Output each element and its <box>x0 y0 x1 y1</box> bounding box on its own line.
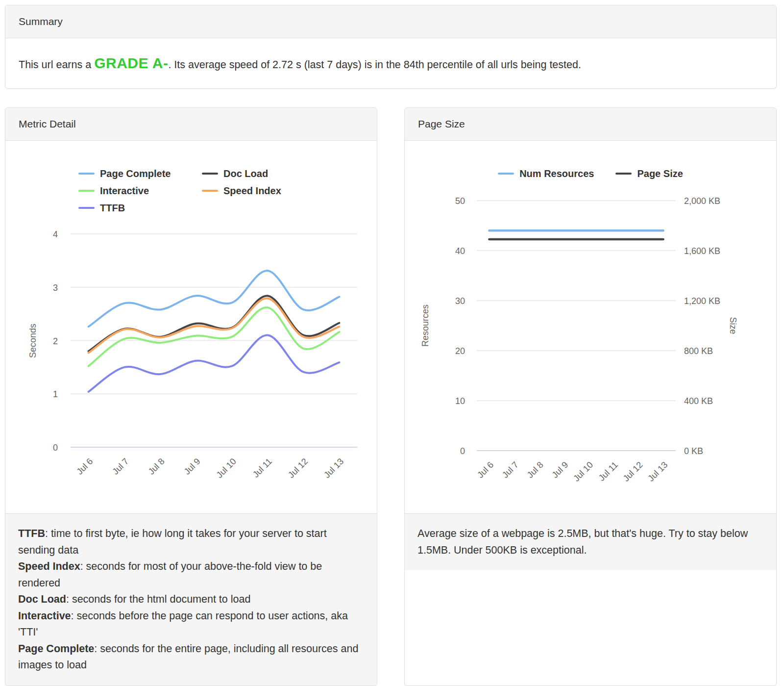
metric-detail-footer: TTFB: time to first byte, ie how long it… <box>5 513 377 686</box>
page-size-legend: Num ResourcesPage Size <box>405 168 776 179</box>
metric-def-desc: : seconds for the html document to load <box>66 593 250 605</box>
series-line-ttfb <box>89 335 340 392</box>
metric-def-term: TTFB <box>18 528 45 539</box>
y-axis-left-tick-label: 40 <box>455 246 465 256</box>
x-axis-tick-label: Jul 7 <box>110 457 130 477</box>
legend-dash-doc-load <box>202 173 218 175</box>
y-axis-right-title: Size <box>728 317 738 334</box>
x-axis-tick-label: Jul 8 <box>147 457 167 477</box>
series-line-doc-load <box>89 296 340 351</box>
y-axis-right-tick-label: 400 KB <box>684 396 713 406</box>
summary-panel: Summary This url earns a GRADE A-. Its a… <box>5 5 777 89</box>
page-size-chart-area: Num ResourcesPage Size 00 KB10400 KB2080… <box>405 141 776 513</box>
summary-text-before: This url earns a <box>19 59 94 71</box>
x-axis-tick-label: Jul 6 <box>74 457 95 477</box>
legend-label: Page Size <box>637 168 683 179</box>
legend-item-page-complete[interactable]: Page Complete <box>78 168 202 179</box>
y-axis-left-tick-label: 0 <box>460 446 465 456</box>
y-axis-left-tick-label: 30 <box>455 296 465 306</box>
series-line-speed-index <box>89 298 340 353</box>
x-axis-tick-label: Jul 13 <box>646 460 669 483</box>
legend-label: Interactive <box>100 185 149 197</box>
legend-item-page-size[interactable]: Page Size <box>615 168 683 179</box>
metric-detail-legend: Page CompleteDoc LoadInteractiveSpeed In… <box>5 168 377 213</box>
page-size-footer-text: Average size of a webpage is 2.5MB, but … <box>417 526 763 559</box>
y-axis-left-tick-label: 20 <box>455 346 465 356</box>
metric-def-doc-load: Doc Load: seconds for the html document … <box>18 591 364 608</box>
page-size-panel-header: Page Size <box>405 108 776 141</box>
legend-item-doc-load[interactable]: Doc Load <box>202 168 304 179</box>
summary-text: This url earns a GRADE A-. Its average s… <box>19 55 581 72</box>
x-axis-tick-label: Jul 9 <box>550 460 570 480</box>
metric-def-term: Interactive <box>18 610 71 622</box>
metric-def-desc: : time to first byte, ie how long it tak… <box>18 528 327 556</box>
y-axis-tick-label: 4 <box>53 229 58 239</box>
legend-item-speed-index[interactable]: Speed Index <box>202 185 304 196</box>
x-axis-tick-label: Jul 9 <box>182 457 202 477</box>
y-axis-title: Seconds <box>28 324 38 358</box>
metric-detail-panel-header: Metric Detail <box>5 108 377 141</box>
legend-label: TTFB <box>100 203 125 214</box>
y-axis-right-tick-label: 2,000 KB <box>684 196 720 206</box>
legend-dash-speed-index <box>202 190 218 192</box>
x-axis-tick-label: Jul 8 <box>525 460 545 480</box>
legend-label: Doc Load <box>223 168 268 179</box>
y-axis-left-tick-label: 50 <box>455 196 465 206</box>
page-size-panel: Page Size Num ResourcesPage Size 00 KB10… <box>404 107 777 686</box>
summary-body: This url earns a GRADE A-. Its average s… <box>5 38 776 88</box>
summary-text-after: . Its average speed of 2.72 s (last 7 da… <box>168 59 581 71</box>
metric-def-term: Doc Load <box>18 593 66 605</box>
y-axis-right-tick-label: 0 KB <box>684 446 703 456</box>
summary-panel-header: Summary <box>5 5 776 38</box>
x-axis-tick-label: Jul 11 <box>597 460 620 483</box>
metric-def-interactive: Interactive: seconds before the page can… <box>18 608 364 641</box>
legend-label: Num Resources <box>519 168 594 179</box>
metric-detail-chart-area: Page CompleteDoc LoadInteractiveSpeed In… <box>5 141 377 513</box>
y-axis-tick-label: 3 <box>53 283 58 293</box>
y-axis-right-tick-label: 800 KB <box>684 346 713 356</box>
x-axis-tick-label: Jul 7 <box>500 460 520 480</box>
legend-label: Page Complete <box>100 168 171 179</box>
summary-title: Summary <box>19 16 63 27</box>
y-axis-left-title: Resources <box>420 305 430 347</box>
legend-item-ttfb[interactable]: TTFB <box>78 203 202 213</box>
metric-detail-title: Metric Detail <box>19 118 76 130</box>
x-axis-tick-label: Jul 13 <box>322 457 345 480</box>
page-size-title: Page Size <box>418 118 465 130</box>
y-axis-left-tick-label: 10 <box>455 396 465 406</box>
charts-row: Metric Detail Page CompleteDoc LoadInter… <box>5 107 777 686</box>
x-axis-tick-label: Jul 6 <box>475 460 495 480</box>
grade-text: GRADE A- <box>94 55 168 71</box>
legend-dash-num-resources <box>498 173 514 175</box>
x-axis-tick-label: Jul 11 <box>251 457 274 480</box>
legend-dash-interactive <box>78 190 95 192</box>
y-axis-right-tick-label: 1,600 KB <box>684 246 720 256</box>
page: Summary This url earns a GRADE A-. Its a… <box>0 0 784 686</box>
legend-dash-page-size <box>615 173 632 175</box>
x-axis-tick-label: Jul 10 <box>571 460 595 483</box>
page-size-chart: 00 KB10400 KB20800 KB301,200 KB401,600 K… <box>405 141 777 513</box>
y-axis-right-tick-label: 1,200 KB <box>684 296 720 306</box>
series-line-page-complete <box>89 271 340 327</box>
legend-dash-ttfb <box>78 207 95 209</box>
x-axis-tick-label: Jul 10 <box>215 457 238 480</box>
legend-label: Speed Index <box>223 185 281 197</box>
legend-item-num-resources[interactable]: Num Resources <box>498 168 594 179</box>
metric-def-ttfb: TTFB: time to first byte, ie how long it… <box>18 526 364 559</box>
y-axis-tick-label: 0 <box>53 443 58 453</box>
metric-def-term: Speed Index <box>18 560 80 572</box>
x-axis-tick-label: Jul 12 <box>621 460 645 483</box>
y-axis-tick-label: 2 <box>53 336 58 346</box>
metric-def-term: Page Complete <box>18 643 94 655</box>
legend-dash-page-complete <box>78 173 95 175</box>
metric-detail-panel: Metric Detail Page CompleteDoc LoadInter… <box>5 107 377 686</box>
y-axis-tick-label: 1 <box>53 389 58 399</box>
x-axis-tick-label: Jul 12 <box>286 457 310 480</box>
metric-def-page-complete: Page Complete: seconds for the entire pa… <box>18 641 364 674</box>
metric-def-speed-index: Speed Index: seconds for most of your ab… <box>18 559 364 591</box>
legend-item-interactive[interactable]: Interactive <box>78 185 202 196</box>
page-size-footer: Average size of a webpage is 2.5MB, but … <box>405 513 776 570</box>
